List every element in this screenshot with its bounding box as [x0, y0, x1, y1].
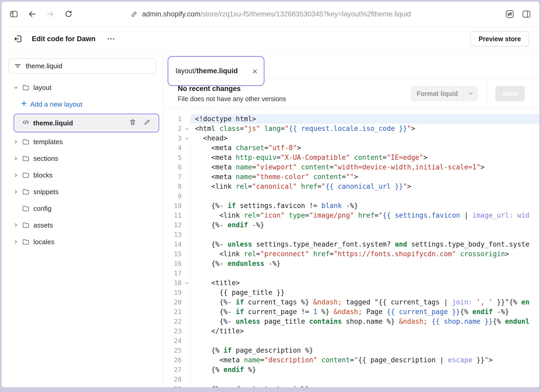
- code-line: 14 {%- unless settings.type_header_font.…: [163, 240, 539, 249]
- code-line-text[interactable]: <head>: [190, 133, 539, 143]
- code-line-text[interactable]: <meta name="viewport" content="width=dev…: [190, 162, 539, 172]
- sidebar-toggle-icon[interactable]: [9, 10, 18, 19]
- rename-file-icon[interactable]: [143, 119, 151, 128]
- page-title: Edit code for Dawn: [32, 35, 96, 43]
- code-line-text[interactable]: {%- unless settings.type_header_font.sys…: [190, 240, 539, 249]
- sidebar-item-config[interactable]: config: [2, 200, 163, 217]
- chevron-right-icon[interactable]: [11, 189, 20, 195]
- code-token: <link: [195, 182, 236, 190]
- code-line-text[interactable]: <!doctype html>: [190, 114, 539, 124]
- code-line-text[interactable]: {{ page_title }}: [190, 288, 539, 297]
- code-token: {%-: [195, 221, 228, 229]
- search-input[interactable]: [26, 62, 151, 70]
- code-editor[interactable]: 1<!doctype html>2<html class="js" lang="…: [163, 108, 539, 387]
- selected-file-highlight: theme.liquid: [14, 114, 159, 132]
- code-line: 1<!doctype html>: [163, 114, 539, 124]
- code-line-text[interactable]: <link rel="preconnect" href="https://fon…: [190, 249, 539, 259]
- code-token: "canonical": [252, 182, 297, 190]
- reload-icon[interactable]: [64, 10, 73, 19]
- chevron-down-icon[interactable]: [464, 86, 478, 101]
- code-line-text[interactable]: <title>: [190, 278, 539, 288]
- tune-icon[interactable]: [505, 9, 514, 19]
- more-actions-icon[interactable]: [107, 34, 115, 43]
- tree-item-label: config: [33, 205, 51, 213]
- code-token: {%-: [195, 298, 236, 306]
- split-view-icon[interactable]: [522, 9, 531, 19]
- sidebar-item-blocks[interactable]: blocks: [2, 167, 163, 183]
- file-actions: [129, 118, 153, 128]
- code-line-text[interactable]: [190, 336, 539, 346]
- address-bar[interactable]: admin.shopify.com/store/rzq1xu-f5/themes…: [130, 10, 411, 18]
- fold-chevron-icon[interactable]: [184, 280, 189, 286]
- code-line-text[interactable]: <meta http-equiv="X-UA-Compatible" conte…: [190, 153, 539, 162]
- code-line-text[interactable]: [190, 191, 539, 201]
- code-token: [297, 163, 301, 171]
- delete-file-icon[interactable]: [129, 118, 137, 128]
- code-token: join:: [452, 298, 472, 306]
- code-token: |: [440, 356, 448, 364]
- code-line-text[interactable]: <meta charset="utf-8">: [190, 143, 539, 153]
- code-line-text[interactable]: </title>: [190, 326, 539, 336]
- file-tree: layoutAdd a new layout theme.liquid temp…: [2, 79, 163, 250]
- file-search-box[interactable]: [8, 58, 156, 74]
- chevron-right-icon[interactable]: [11, 222, 20, 228]
- chevron-right-icon[interactable]: [11, 156, 20, 161]
- code-line-text[interactable]: <html class="js" lang="{{ request.locale…: [190, 124, 539, 133]
- fold-chevron-icon[interactable]: [184, 126, 189, 131]
- code-token: ": [403, 182, 407, 190]
- sidebar-item-assets[interactable]: assets: [2, 217, 163, 234]
- back-icon[interactable]: [28, 10, 36, 19]
- code-line-text[interactable]: {%- if settings.favicon != blank -%}: [190, 201, 539, 211]
- code-line-text[interactable]: {%- if current_page != 1 %} &ndash; Page…: [190, 307, 539, 317]
- code-token: name: [236, 163, 252, 171]
- code-line: 24: [163, 336, 539, 346]
- code-line-text[interactable]: <link rel="icon" type="image/png" href="…: [190, 211, 539, 220]
- url-path: /store/rzq1xu-f5/themes/132683530345?key…: [200, 10, 411, 18]
- code-token: "utf-8": [268, 144, 297, 152]
- exit-icon[interactable]: [13, 34, 23, 44]
- link-icon: [130, 10, 138, 18]
- chevron-down-icon[interactable]: [11, 85, 20, 90]
- chevron-right-icon[interactable]: [11, 239, 20, 245]
- preview-store-button[interactable]: Preview store: [470, 31, 529, 46]
- add-new-layout-link[interactable]: Add a new layout: [20, 96, 163, 113]
- code-line-text[interactable]: {% if page_description %}: [190, 346, 539, 355]
- line-number: 13: [163, 230, 190, 240]
- code-line-text[interactable]: <meta name="description" content="{{ pag…: [190, 355, 539, 365]
- sidebar-item-templates[interactable]: templates: [2, 133, 163, 150]
- code-token: ": [378, 211, 383, 219]
- sidebar-item-locales[interactable]: locales: [2, 234, 163, 250]
- code-file-icon: [22, 118, 30, 128]
- code-line-text[interactable]: <link rel="canonical" href="{{ canonical…: [190, 182, 539, 191]
- save-button[interactable]: Save: [495, 86, 525, 101]
- sidebar-item-theme-liquid[interactable]: theme.liquid: [15, 115, 157, 131]
- folder-icon: [20, 155, 31, 162]
- close-tab-icon[interactable]: ×: [252, 67, 257, 76]
- code-line-text[interactable]: {%- endif -%}: [190, 220, 539, 230]
- chevron-right-icon[interactable]: [11, 172, 20, 178]
- code-line-text[interactable]: {% endif %}: [190, 365, 539, 375]
- code-line-text[interactable]: {%- endunless -%}: [190, 259, 539, 268]
- code-token: ": [484, 356, 489, 364]
- sidebar-item-snippets[interactable]: snippets: [2, 183, 163, 200]
- code-token: render: [224, 385, 248, 387]
- code-token: charset: [236, 144, 265, 152]
- code-token: rel: [244, 211, 256, 219]
- sidebar-item-layout[interactable]: layout: [2, 79, 163, 96]
- code-token: <meta: [195, 163, 236, 171]
- code-line-text[interactable]: {%- if current_tags %} &ndash; tagged "{…: [190, 297, 539, 307]
- tab-theme-liquid[interactable]: layout/theme.liquid ×: [168, 57, 264, 85]
- code-line-text[interactable]: [190, 375, 539, 384]
- code-line-text[interactable]: <meta name="theme-color" content="">: [190, 172, 539, 182]
- fold-chevron-icon[interactable]: [184, 136, 189, 141]
- code-line-text[interactable]: {% render 'meta-tags' %}: [190, 384, 539, 387]
- code-line-text[interactable]: [190, 268, 539, 278]
- code-line-text[interactable]: [190, 230, 539, 240]
- code-token: {%-: [195, 308, 236, 316]
- chevron-right-icon[interactable]: [11, 139, 20, 145]
- format-liquid-button[interactable]: Format liquid: [411, 86, 478, 101]
- tree-item-label: snippets: [33, 188, 59, 196]
- sidebar-item-sections[interactable]: sections: [2, 150, 163, 167]
- forward-icon[interactable]: [46, 10, 55, 19]
- code-line-text[interactable]: {%- unless page_title contains shop.name…: [190, 317, 539, 326]
